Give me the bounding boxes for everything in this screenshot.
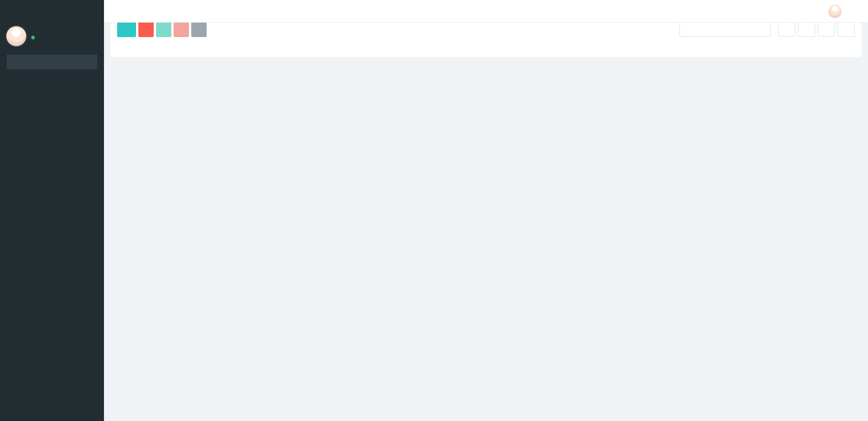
user-menu[interactable] (822, 0, 851, 22)
user-avatar-small (828, 5, 842, 18)
add-button[interactable] (138, 20, 154, 37)
online-dot (31, 36, 35, 39)
settings-button[interactable] (851, 0, 863, 22)
menu-search-input[interactable] (6, 54, 98, 70)
clear-cache-button[interactable] (784, 0, 799, 22)
user-panel (0, 24, 104, 52)
sidebar-toggle-button[interactable] (104, 0, 127, 22)
sidebar-search (6, 54, 98, 70)
export-dropdown-button[interactable] (818, 21, 835, 37)
toolbar (117, 20, 855, 37)
delete-button[interactable] (174, 20, 189, 37)
home-link[interactable] (769, 0, 784, 22)
sidebar (0, 0, 104, 421)
table-search-input[interactable] (679, 21, 771, 37)
edit-button[interactable] (156, 20, 171, 37)
user-status (31, 36, 38, 39)
user-avatar (6, 26, 26, 46)
more-button[interactable] (191, 20, 207, 37)
topbar (104, 0, 868, 23)
fullscreen-button[interactable] (811, 0, 822, 22)
refresh-button[interactable] (117, 20, 136, 37)
search-toggle-button[interactable] (838, 21, 855, 37)
topbar-right (769, 0, 868, 22)
toolbar-right (679, 21, 855, 37)
view-toggle-button[interactable] (778, 21, 795, 37)
columns-dropdown-button[interactable] (798, 21, 815, 37)
app-title (0, 0, 104, 24)
files-button[interactable] (799, 0, 811, 22)
